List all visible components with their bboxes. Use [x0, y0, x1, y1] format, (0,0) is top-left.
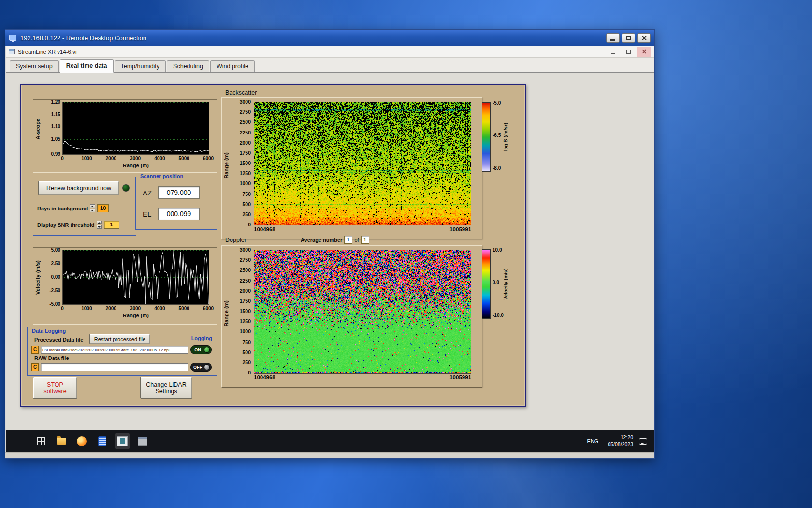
x-tick-label: 0 [55, 156, 70, 161]
firefox-button[interactable] [74, 433, 89, 449]
notification-icon[interactable] [639, 438, 647, 445]
logging-label: Logging [191, 335, 212, 341]
close-icon [641, 49, 646, 54]
y-tick-label: 2750 [240, 109, 251, 115]
notepad-button[interactable] [95, 433, 109, 449]
tab-system-setup[interactable]: System setup [10, 60, 59, 72]
close-icon [641, 35, 647, 41]
task-view-button[interactable] [34, 433, 48, 449]
minimize-icon [611, 53, 615, 54]
velocity-chart: Velocity (m/s) 5.002.500.00-2.50-5.00 01… [33, 247, 218, 325]
el-value-field[interactable]: 000.099 [158, 208, 200, 220]
scanner-position-title: Scanner position [139, 173, 185, 179]
processed-data-file-label: Processed Data file [34, 337, 84, 343]
a-scope-y-ticks: 1.201.151.101.050.99 [40, 102, 61, 156]
tab-scheduling[interactable]: Scheduling [167, 60, 209, 72]
restart-processed-file-button[interactable]: Restart processed file [89, 334, 150, 344]
stop-software-button[interactable]: STOP software [33, 377, 77, 399]
backscatter-colorbar-label: log B (/m/sr) [503, 123, 508, 151]
rays-value-field[interactable]: 10 [97, 204, 109, 212]
app-window-icon [9, 49, 15, 54]
spinner-down-icon[interactable] [90, 209, 95, 212]
x-tick-label: 3000 [128, 156, 143, 161]
backscatter-colorbar-canvas [482, 102, 491, 172]
y-tick-label: 1250 [240, 170, 251, 176]
rdp-minimize-button[interactable] [606, 33, 620, 43]
app-close-button[interactable] [637, 47, 651, 57]
x-tick-label: 3000 [128, 306, 143, 311]
raw-path-field[interactable] [41, 363, 188, 371]
rdp-titlebar[interactable]: 192.168.0.122 - Remote Desktop Connectio… [5, 30, 654, 46]
y-tick-label: 1000 [240, 180, 251, 186]
rdp-close-button[interactable] [637, 33, 651, 43]
average-number-label: Average number [301, 237, 342, 243]
y-tick-label: 1.10 [51, 124, 60, 129]
y-tick-label: 1.20 [51, 99, 60, 105]
spinner-down-icon[interactable] [97, 225, 102, 229]
raw-logging-toggle[interactable]: OFF [190, 363, 212, 372]
snr-value-field[interactable]: 1 [104, 221, 119, 229]
backscatter-y-axis-label: Range (m) [223, 152, 229, 179]
file-explorer-button[interactable] [54, 433, 69, 449]
y-tick-label: 2.50 [51, 261, 60, 266]
doppler-colorbar-canvas [482, 249, 491, 319]
x-tick-end: 1005991 [450, 374, 471, 380]
spinner-up-icon[interactable] [90, 204, 95, 208]
x-tick-label: 1000 [79, 156, 94, 161]
az-value-field[interactable]: 079.000 [158, 186, 200, 199]
clock[interactable]: 12:20 05/08/2023 [608, 434, 633, 448]
app-restore-button[interactable] [621, 47, 636, 57]
rdp-title: 192.168.0.122 - Remote Desktop Connectio… [20, 34, 146, 42]
a-scope-plot-canvas [63, 102, 209, 154]
spinner-up-icon[interactable] [97, 221, 102, 224]
processed-path-field[interactable]: C:\LidarA\Data\Proc\2023\202308\20230809… [41, 346, 188, 354]
renew-background-button[interactable]: Renew background now [38, 181, 119, 195]
tab-wind-profile[interactable]: Wind profile [210, 60, 255, 72]
rdp-horizontal-scrollbar[interactable] [5, 452, 654, 458]
x-tick-label: 0 [55, 306, 70, 311]
background-led-indicator [122, 184, 130, 192]
y-tick-label: 750 [242, 191, 251, 197]
scan-scheduler-button[interactable] [135, 433, 150, 449]
doppler-heading: Doppler [225, 237, 246, 243]
tab-content: A-scope 1.201.151.101.050.99 01000200030… [6, 73, 654, 430]
app-minimize-button[interactable] [606, 47, 620, 57]
folder-icon [57, 438, 66, 445]
rdp-maximize-button[interactable] [622, 33, 635, 43]
clock-time: 12:20 [621, 434, 633, 441]
colorbar-tick-mid: 0.0 [493, 280, 499, 285]
x-tick-label: 4000 [152, 306, 167, 311]
language-indicator[interactable]: ENG [584, 436, 602, 447]
task-view-icon [37, 437, 45, 445]
change-lidar-settings-button[interactable]: Change LiDAR Settings [140, 377, 192, 399]
y-tick-label: 5.00 [51, 247, 60, 253]
backscatter-heatmap-canvas [254, 102, 471, 225]
x-tick-end: 1005991 [450, 226, 471, 232]
average-total-field[interactable]: 1 [361, 236, 369, 244]
colorbar-tick-min: -8.0 [493, 165, 501, 171]
tab-real-time-data[interactable]: Real time data [60, 59, 114, 73]
x-tick-start: 1004968 [254, 226, 276, 232]
velocity-x-axis-label: Range (m) [62, 313, 209, 318]
labview-front-panel: A-scope 1.201.151.101.050.99 01000200030… [20, 84, 526, 407]
y-tick-label: 0 [248, 370, 251, 375]
tab-temp-humidity[interactable]: Temp/humidity [115, 60, 166, 72]
app-titlebar[interactable]: StreamLine XR v14-6.vi [6, 46, 654, 58]
stop-button-line2: software [44, 388, 66, 395]
doppler-x-ticks: 1004968 1005991 [254, 374, 471, 380]
tab-bar: System setup Real time data Temp/humidit… [6, 58, 654, 73]
backscatter-heading: Backscatter [225, 90, 257, 96]
colorbar-tick-max: 10.0 [493, 247, 502, 253]
y-tick-label: 250 [242, 359, 251, 365]
streamline-app-button[interactable] [115, 433, 130, 449]
raw-path-drive-icon[interactable]: C [31, 363, 39, 371]
snr-spinner[interactable] [97, 221, 102, 229]
rays-spinner[interactable] [90, 204, 95, 212]
y-tick-label: 500 [242, 349, 251, 355]
x-tick-label: 5000 [177, 306, 191, 311]
y-tick-label: 2000 [240, 288, 251, 294]
processed-logging-toggle[interactable]: ON [190, 345, 212, 354]
average-current-field[interactable]: 1 [344, 236, 352, 244]
toggle-knob-icon [204, 347, 210, 353]
processed-path-drive-icon[interactable]: C [31, 346, 39, 354]
